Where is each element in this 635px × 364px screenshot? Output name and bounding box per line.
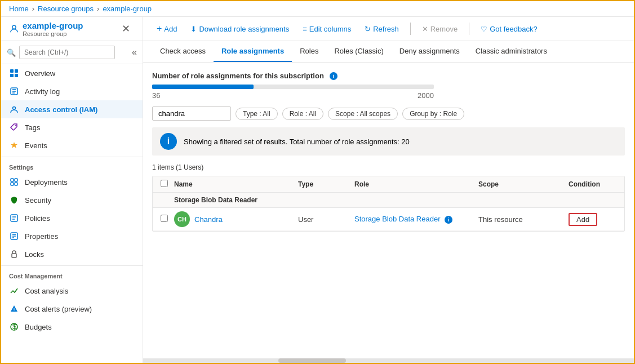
- nav-events[interactable]: Events: [1, 136, 143, 154]
- col-checkbox: [153, 180, 170, 189]
- progress-bar-fill: [152, 85, 254, 89]
- svg-rect-24: [14, 310, 15, 311]
- horizontal-scrollbar[interactable]: [143, 358, 634, 363]
- breadcrumb: Home › Resource groups › example-group: [1, 1, 634, 17]
- nav-properties[interactable]: Properties: [1, 227, 143, 245]
- properties-icon: [9, 231, 19, 241]
- edit-columns-button[interactable]: ≡ Edit columns: [298, 23, 356, 35]
- collapse-icon[interactable]: «: [132, 47, 137, 57]
- progress-bar-background: [152, 85, 434, 89]
- row-role-cell: Storage Blob Data Reader i: [350, 215, 474, 224]
- tab-classic-admins[interactable]: Classic administrators: [468, 41, 555, 62]
- role-info-icon[interactable]: i: [445, 216, 452, 224]
- nav-activity-label: Activity log: [25, 87, 60, 96]
- remove-button[interactable]: ✕ Remove: [418, 23, 462, 35]
- table-row: CH Chandra User Storage Blob Data Reader…: [153, 208, 624, 231]
- sidebar: example-group Resource group ✕ 🔍 « Overv…: [1, 17, 143, 363]
- filter-search-input[interactable]: [152, 106, 231, 121]
- close-button[interactable]: ✕: [117, 20, 135, 37]
- items-summary: 1 items (1 Users): [152, 163, 625, 171]
- subscription-info: Number of role assignments for this subs…: [152, 72, 625, 100]
- nav-policies[interactable]: Policies: [1, 209, 143, 227]
- user-name-link[interactable]: Chandra: [194, 215, 223, 224]
- svg-point-10: [15, 125, 16, 126]
- subscription-title: Number of role assignments for this subs…: [152, 72, 625, 80]
- table-header: Name Type Role Scope Condition: [153, 176, 624, 193]
- remove-label: Remove: [430, 25, 458, 33]
- activity-icon: [9, 86, 19, 96]
- nav-deployments[interactable]: Deployments: [1, 173, 143, 191]
- svg-rect-22: [12, 254, 16, 258]
- svg-rect-13: [11, 183, 14, 185]
- download-button[interactable]: ⬇ Download role assignments: [186, 23, 294, 35]
- tags-icon: [9, 122, 19, 132]
- refresh-button[interactable]: ↻ Refresh: [360, 23, 403, 35]
- tab-check-access[interactable]: Check access: [152, 41, 214, 62]
- search-input[interactable]: [19, 46, 115, 59]
- nav-cost-alerts[interactable]: Cost alerts (preview): [1, 300, 143, 318]
- tab-deny-assignments[interactable]: Deny assignments: [392, 41, 468, 62]
- nav-activity-log[interactable]: Activity log: [1, 82, 143, 100]
- filter-role[interactable]: Role : All: [282, 108, 323, 120]
- nav-budgets-label: Budgets: [25, 323, 52, 331]
- download-icon: ⬇: [190, 25, 197, 33]
- edit-columns-label: Edit columns: [309, 25, 351, 33]
- breadcrumb-resource-groups[interactable]: Resource groups: [38, 5, 94, 13]
- nav-security-label: Security: [25, 196, 51, 205]
- avatar: CH: [174, 211, 190, 227]
- nav-security[interactable]: Security: [1, 191, 143, 209]
- nav-overview[interactable]: Overview: [1, 64, 143, 82]
- filter-scope[interactable]: Scope : All scopes: [328, 108, 398, 120]
- nav-tags[interactable]: Tags: [1, 118, 143, 136]
- nav-tags-label: Tags: [25, 123, 40, 132]
- deployments-icon: [9, 177, 19, 187]
- feedback-button[interactable]: ♡ Got feedback?: [476, 23, 542, 35]
- scrollbar-thumb[interactable]: [278, 358, 346, 363]
- select-all-checkbox[interactable]: [161, 180, 168, 187]
- row-checkbox[interactable]: [161, 215, 168, 222]
- sidebar-header: example-group Resource group ✕: [1, 17, 143, 41]
- breadcrumb-home[interactable]: Home: [9, 5, 29, 13]
- filter-type[interactable]: Type : All: [236, 108, 278, 120]
- svg-point-9: [13, 107, 16, 110]
- role-link[interactable]: Storage Blob Data Reader: [354, 215, 440, 223]
- iam-icon: [9, 24, 19, 34]
- add-condition-button[interactable]: Add: [569, 213, 597, 226]
- nav-policies-label: Policies: [25, 214, 50, 223]
- add-button[interactable]: + Add: [152, 21, 181, 36]
- svg-rect-11: [11, 179, 14, 181]
- cost-analysis-icon: [9, 286, 19, 296]
- progress-label-left: 36: [152, 91, 160, 100]
- toolbar-separator2: [469, 23, 469, 35]
- filter-group-by[interactable]: Group by : Role: [402, 108, 464, 120]
- tab-roles[interactable]: Roles: [292, 41, 326, 62]
- events-icon: [9, 140, 19, 150]
- svg-text:$: $: [12, 322, 17, 331]
- refresh-icon: ↻: [365, 25, 371, 33]
- nav-budgets[interactable]: $ Budgets: [1, 318, 143, 336]
- svg-rect-2: [15, 69, 18, 73]
- nav-overview-label: Overview: [25, 69, 55, 78]
- breadcrumb-example-group[interactable]: example-group: [103, 5, 152, 13]
- nav-iam-label: Access control (IAM): [25, 105, 97, 114]
- row-type-cell: User: [294, 215, 350, 224]
- nav-iam-icon: [9, 104, 19, 114]
- nav-locks[interactable]: Locks: [1, 245, 143, 263]
- info-banner-icon: i: [160, 133, 177, 150]
- search-icon: 🔍: [7, 48, 16, 57]
- svg-rect-15: [11, 215, 17, 221]
- nav-cost-alerts-label: Cost alerts (preview): [25, 305, 92, 313]
- sidebar-search-area: 🔍 «: [1, 41, 143, 64]
- svg-rect-4: [15, 74, 18, 77]
- tab-role-assignments[interactable]: Role assignments: [214, 41, 292, 62]
- subscription-info-icon[interactable]: i: [330, 72, 338, 80]
- locks-icon: [9, 249, 19, 259]
- col-type: Type: [294, 180, 350, 188]
- role-assignments-table: Name Type Role Scope Condition Storage B…: [152, 176, 625, 232]
- nav-iam[interactable]: Access control (IAM): [1, 100, 143, 118]
- budgets-icon: $: [9, 322, 19, 332]
- row-scope-cell: This resource: [474, 215, 564, 224]
- sidebar-subtitle: Resource group: [23, 30, 83, 37]
- tab-roles-classic[interactable]: Roles (Classic): [326, 41, 391, 62]
- nav-cost-analysis[interactable]: Cost analysis: [1, 282, 143, 300]
